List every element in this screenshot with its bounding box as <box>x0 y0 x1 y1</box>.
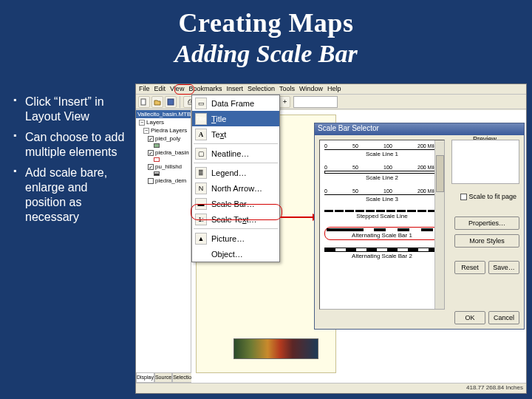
slide-title: Creating Maps <box>0 0 532 38</box>
gallery-scrollbar[interactable] <box>434 140 444 309</box>
callout-arrow <box>281 216 318 218</box>
toc-layer[interactable]: pu_hillshd <box>155 163 182 170</box>
open-button[interactable] <box>151 96 163 108</box>
scale-combo[interactable] <box>293 96 338 108</box>
sample-scale-line-1[interactable]: 050100200 Miles Scale Line 1 <box>324 143 440 157</box>
menu-item-label: Neatline… <box>211 149 249 158</box>
sample-label: Alternating Scale Bar 1 <box>327 232 437 239</box>
menu-insert[interactable]: Insert <box>226 85 243 93</box>
menu-item-label: Object… <box>211 250 243 259</box>
toc-layer[interactable]: pied_poly <box>155 135 180 142</box>
sample-alternating-2[interactable]: Alternating Scale Bar 2 <box>324 248 440 259</box>
menu-item-neatline[interactable]: ▢ Neatline… <box>192 146 279 161</box>
picture-icon: ▲ <box>195 233 207 245</box>
sample-label: Scale Line 3 <box>324 196 440 202</box>
toc-layer[interactable]: piedra_basin <box>155 149 189 156</box>
menu-item-legend[interactable]: ≣ Legend… <box>192 165 279 180</box>
sample-scale-line-3[interactable]: 050100200 Miles Scale Line 3 <box>324 188 440 202</box>
data-frame-icon: ▭ <box>195 98 207 109</box>
bullet-item: Can choose to add multiple elements <box>13 130 132 160</box>
text-icon: A <box>195 129 207 140</box>
blank-icon <box>195 248 207 260</box>
checkbox-icon[interactable] <box>460 194 467 200</box>
sample-label: Scale Line 1 <box>324 151 440 157</box>
new-button[interactable] <box>138 96 150 108</box>
bullet-item: Add scale bare, enlarge and position as … <box>13 166 132 225</box>
north-arrow-icon: N <box>195 183 207 194</box>
menu-item-label: Text <box>211 130 226 139</box>
neatline-icon: ▢ <box>195 148 207 160</box>
preview-box <box>451 140 519 184</box>
bullet-list: Click “Insert” in Layout View Can choose… <box>13 95 132 231</box>
toc-layer[interactable]: Layers <box>146 119 164 126</box>
menu-item-title[interactable]: Title Title <box>192 111 279 126</box>
toc-tab-source[interactable]: Source <box>154 372 172 383</box>
table-of-contents[interactable]: Vallecito_basin.MTB −Layers −Piedra Laye… <box>136 110 191 383</box>
dialog-title: Scale Bar Selector <box>315 123 524 135</box>
toc-title: Vallecito_basin.MTB <box>136 110 191 118</box>
scale-to-fit[interactable]: Scale to fit page <box>460 193 516 200</box>
sample-alternating-1[interactable]: Alternating Scale Bar 1 <box>324 227 440 240</box>
menu-item-north-arrow[interactable]: N North Arrow… <box>192 180 279 196</box>
menu-item-picture[interactable]: ▲ Picture… <box>192 231 279 246</box>
svg-rect-0 <box>141 99 146 105</box>
checkbox-label: Scale to fit page <box>468 193 516 200</box>
legend-icon: ≣ <box>195 167 207 179</box>
add-data-button[interactable]: ＋ <box>279 96 290 108</box>
sample-scale-line-2[interactable]: 050100200 Miles Scale Line 2 <box>324 165 440 181</box>
scale-bar-gallery[interactable]: 050100200 Miles Scale Line 1 050100200 M… <box>319 140 445 310</box>
reset-button[interactable]: Reset <box>454 261 485 274</box>
map-thumbnail <box>233 338 318 359</box>
title-icon: Title <box>195 113 207 125</box>
svg-rect-1 <box>168 99 174 105</box>
toc-layer[interactable]: piedra_dem <box>155 177 186 184</box>
menu-selection[interactable]: Selection <box>248 85 275 93</box>
status-bar: 418.77 268.84 Inches <box>136 383 526 393</box>
ok-button[interactable]: OK <box>454 311 485 324</box>
slide-subtitle: Adding Scale Bar <box>0 40 532 68</box>
menu-item-label: Picture… <box>211 234 245 243</box>
menu-item-label: Title <box>211 115 226 123</box>
toc-layer[interactable]: Piedra Layers <box>151 127 187 134</box>
cancel-button[interactable]: Cancel <box>488 311 519 324</box>
menubar[interactable]: File Edit View Bookmarks Insert Selectio… <box>136 84 526 95</box>
menu-item-text[interactable]: A Text <box>192 126 279 142</box>
menu-help[interactable]: Help <box>327 85 341 93</box>
insert-menu-dropdown[interactable]: ▭ Data Frame Title Title A Text ▢ Neatli… <box>191 95 280 262</box>
more-styles-button[interactable]: More Styles <box>454 234 519 248</box>
scale-bar-selector-dialog: Scale Bar Selector 050100200 Miles Scale… <box>314 123 525 330</box>
bullet-item: Click “Insert” in Layout View <box>13 95 132 124</box>
menu-item-label: North Arrow… <box>211 184 262 193</box>
status-coords: 418.77 268.84 Inches <box>466 384 523 392</box>
sample-stepped[interactable]: Stepped Scale Line <box>324 210 440 219</box>
insert-highlight <box>174 84 194 95</box>
menu-edit[interactable]: Edit <box>154 85 166 93</box>
sample-label: Stepped Scale Line <box>324 213 440 219</box>
toc-tab-display[interactable]: Display <box>136 372 154 383</box>
properties-button[interactable]: Properties… <box>454 216 519 230</box>
save-button[interactable]: Save… <box>488 261 519 274</box>
menu-tools[interactable]: Tools <box>279 85 295 93</box>
scale-bar-highlight <box>191 204 282 220</box>
menu-item-data-frame[interactable]: ▭ Data Frame <box>192 95 279 111</box>
menu-item-object[interactable]: Object… <box>192 246 279 262</box>
menu-file[interactable]: File <box>139 85 150 93</box>
menu-item-label: Legend… <box>211 168 247 177</box>
menu-window[interactable]: Window <box>299 85 323 93</box>
menu-item-label: Data Frame <box>211 99 254 108</box>
sample-label: Scale Line 2 <box>324 174 440 181</box>
save-button[interactable] <box>165 96 177 108</box>
sample-label: Alternating Scale Bar 2 <box>324 253 440 259</box>
